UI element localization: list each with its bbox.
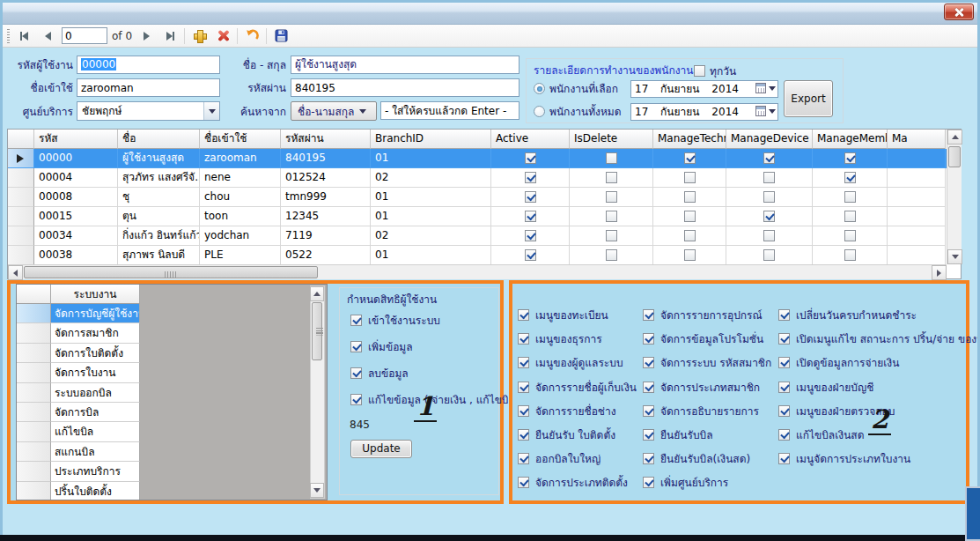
module-list-item[interactable]: จัดการบิล [17,403,327,422]
menu-permission-checkbox[interactable] [778,382,790,393]
grid-row[interactable]: 00004สุวภัทร แสงศรีจั...nene01252402 [8,168,961,188]
grid-checkbox-cell[interactable] [813,226,888,246]
all-employees-radio[interactable] [534,106,545,117]
grid-checkbox[interactable] [763,230,775,241]
grid-cell[interactable]: ผู้ใช้งานสูงสุด [118,149,200,168]
grid-checkbox[interactable] [684,211,696,222]
grid-checkbox[interactable] [763,152,775,164]
grid-checkbox-cell[interactable] [491,246,570,265]
grid-checkbox[interactable] [525,230,536,241]
module-list-item[interactable]: จัดการใบติดตั้ง [17,344,327,363]
grid-checkbox-cell[interactable] [726,188,813,207]
first-record-button[interactable] [14,27,33,45]
grid-checkbox[interactable] [844,211,856,222]
row-header[interactable] [8,226,34,246]
scroll-right-button[interactable] [932,265,947,280]
grid-row[interactable]: 00015ตุนtoon1234501 [8,207,961,226]
menu-permission-checkbox[interactable] [643,405,654,417]
toolbar-grip-icon[interactable] [7,29,10,43]
grid-checkbox-cell[interactable] [813,188,888,207]
grid-column-header[interactable]: Ma [888,130,946,149]
grid-cell[interactable]: tmn999 [281,188,371,207]
grid-cell[interactable]: ตุน [118,207,200,226]
grid-checkbox[interactable] [844,152,856,164]
grid-checkbox[interactable] [606,191,617,203]
grid-checkbox[interactable] [763,172,775,183]
grid-checkbox-cell[interactable] [653,246,726,265]
grid-cell[interactable]: 00000 [34,149,118,168]
module-name[interactable]: แก้ไขบิล [51,422,140,441]
module-name[interactable]: ปริ้นใบติดตั้ง [51,482,140,500]
date-picker-selected[interactable]: 17 กันยายน 2014 [630,80,778,98]
record-position-input[interactable] [62,27,107,44]
grid-checkbox-cell[interactable] [570,149,653,168]
grid-cell[interactable]: 01 [371,149,491,168]
grid-checkbox-cell[interactable] [726,207,813,226]
scroll-up-button[interactable] [947,130,962,145]
grid-checkbox-cell[interactable] [726,246,813,265]
grid-column-header[interactable]: รหัส [34,130,118,149]
grid-checkbox-cell[interactable] [726,149,813,168]
grid-column-header[interactable] [8,130,34,149]
permission-checkbox[interactable] [350,394,362,405]
grid-checkbox-cell[interactable] [570,246,653,265]
grid-cell[interactable]: 00015 [34,207,118,226]
module-list-item[interactable]: จัดการบัญชีผู้ใช้งาน [17,304,327,323]
module-row-header[interactable] [17,383,51,403]
background-window-fragment[interactable] [965,486,980,541]
next-record-button[interactable] [136,27,156,45]
grid-row[interactable]: 00034กิ่งแก้ว อินทร์แก้วyodchan711902 [8,226,961,246]
grid-cell[interactable]: ชุ [118,188,200,207]
grid-checkbox[interactable] [525,152,536,164]
grid-cell[interactable]: 012524 [281,168,371,188]
grid-checkbox[interactable] [525,211,536,222]
everyday-checkbox[interactable] [694,65,705,77]
grid-vertical-scrollbar[interactable] [947,130,962,264]
grid-checkbox-cell[interactable] [726,168,813,188]
grid-checkbox[interactable] [844,230,856,241]
grid-row[interactable]: 00000ผู้ใช้งานสูงสุดzarooman84019501 [8,149,961,168]
menu-permission-checkbox[interactable] [518,309,529,321]
permission-checkbox[interactable] [350,367,362,379]
scrollbar-thumb[interactable] [948,146,961,167]
menu-permission-checkbox[interactable] [518,477,529,488]
search-mode-button[interactable]: ชื่อ-นามสกุล [291,101,377,121]
grid-cell[interactable]: สุภาพร นิลบดี [118,246,200,265]
scroll-left-button[interactable] [8,265,23,280]
grid-checkbox-cell[interactable] [491,188,570,207]
grid-checkbox[interactable] [684,249,696,261]
module-row-header[interactable] [17,422,51,441]
module-row-header[interactable] [17,304,51,323]
grid-cell[interactable]: chou [200,188,281,207]
row-header[interactable] [8,246,34,265]
module-list-item[interactable]: สแกนบิล [17,442,327,462]
password-field[interactable] [291,78,519,97]
grid-checkbox[interactable] [525,172,536,183]
grid-cell[interactable]: 840195 [281,149,371,168]
grid-column-header[interactable]: ชื่อเข้าใช้ [200,130,281,149]
module-name[interactable]: ประเภทบริการ [51,462,140,481]
date-picker-all[interactable]: 17 กันยายน 2014 [630,103,778,121]
grid-column-header[interactable]: ManageDevice [726,130,813,149]
grid-checkbox[interactable] [606,211,617,222]
grid-checkbox[interactable] [763,191,775,203]
menu-permission-checkbox[interactable] [643,357,654,368]
module-row-header[interactable] [17,403,51,422]
grid-checkbox[interactable] [525,249,536,261]
export-button[interactable]: Export [784,80,833,117]
close-button[interactable] [944,4,974,20]
grid-checkbox-cell[interactable] [813,149,888,168]
menu-permission-checkbox[interactable] [643,429,654,441]
grid-column-header[interactable]: Active [491,130,570,149]
save-button[interactable] [271,27,291,45]
scrollbar-thumb[interactable] [312,302,322,360]
grid-checkbox[interactable] [606,249,617,261]
grid-checkbox[interactable] [763,249,775,261]
row-header[interactable] [8,188,34,207]
grid-checkbox[interactable] [525,191,536,203]
grid-checkbox[interactable] [684,191,696,203]
grid-cell[interactable]: 02 [371,168,491,188]
menu-permission-checkbox[interactable] [518,357,529,368]
module-row-header[interactable] [17,344,51,363]
grid-checkbox-cell[interactable] [570,207,653,226]
